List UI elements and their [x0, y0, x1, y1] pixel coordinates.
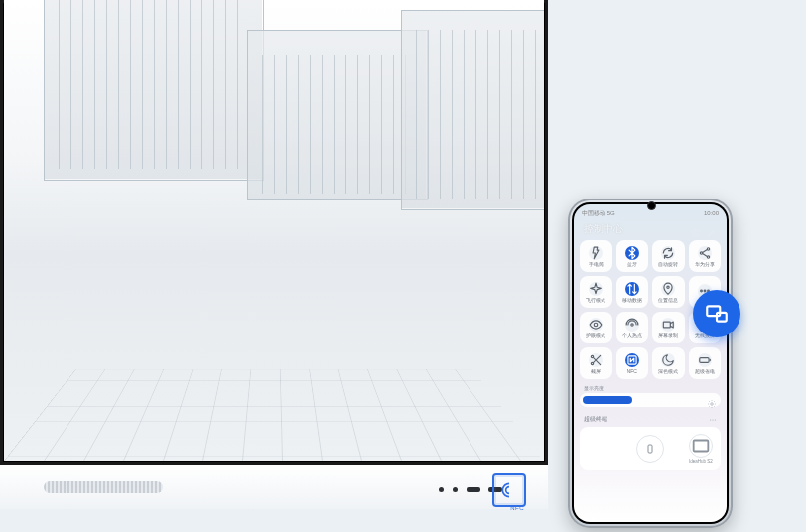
- status-left: 中国移动 5G: [582, 209, 615, 218]
- tile-label: 个人热点: [622, 333, 642, 338]
- building-2-mullions: [262, 55, 411, 194]
- nfc-label: NFC: [510, 505, 524, 511]
- eyecomfort-icon: [589, 318, 603, 332]
- svg-rect-22: [694, 441, 709, 452]
- control-center-header: 控制中心: [580, 222, 721, 236]
- svg-point-5: [700, 290, 702, 292]
- battery-icon: [698, 353, 712, 367]
- tile-label: 屏幕录制: [658, 333, 678, 338]
- screenshot-icon: [589, 353, 603, 367]
- tile-label: 深色模式: [658, 369, 678, 374]
- autorotate-icon: [661, 246, 675, 260]
- svg-point-19: [713, 419, 714, 420]
- port-usb-c[interactable]: [439, 487, 444, 492]
- tile-battery[interactable]: 超级省电: [689, 347, 722, 379]
- punch-hole-camera: [647, 201, 656, 210]
- nfc-tap-area[interactable]: [492, 473, 526, 507]
- svg-point-9: [631, 323, 633, 325]
- port-usb-a-1[interactable]: [467, 487, 480, 492]
- airplane-icon: [589, 282, 603, 296]
- building-1-mullions: [59, 0, 247, 169]
- svg-point-18: [710, 419, 711, 420]
- tile-dark[interactable]: 深色模式: [652, 347, 685, 379]
- tile-label: 超级省电: [695, 369, 715, 374]
- more-icon[interactable]: [709, 416, 717, 424]
- tile-hotspot[interactable]: 个人热点: [616, 312, 649, 343]
- building-3-mullions: [416, 30, 544, 199]
- svg-point-0: [695, 232, 698, 235]
- tile-location[interactable]: 位置信息: [652, 276, 685, 308]
- phone-screen: 中国移动 5G 10:00 控制中心 手电筒蓝牙自动旋转华为分享飞行模式移动数据…: [574, 204, 727, 522]
- svg-point-8: [595, 323, 599, 327]
- control-center: 控制中心 手电筒蓝牙自动旋转华为分享飞行模式移动数据位置信息护眼模式个人热点屏幕…: [580, 222, 721, 470]
- flashlight-icon: [589, 246, 603, 260]
- display-screen: [4, 0, 544, 461]
- tile-airplane[interactable]: 飞行模式: [580, 276, 612, 308]
- tile-share[interactable]: 华为分享: [689, 240, 722, 272]
- svg-rect-16: [700, 357, 709, 362]
- sun-icon: [707, 395, 717, 405]
- smart-display: NFC: [0, 0, 548, 508]
- status-right: 10:00: [704, 210, 719, 216]
- screenrec-icon: [661, 318, 675, 332]
- control-center-title: 控制中心: [584, 222, 623, 236]
- tile-eyecomfort[interactable]: 护眼模式: [580, 312, 612, 343]
- settings-icon[interactable]: [691, 224, 701, 234]
- cast-fab[interactable]: [693, 290, 740, 337]
- tile-screenshot[interactable]: 截屏: [580, 347, 612, 379]
- tile-label: 蓝牙: [627, 262, 637, 267]
- brightness-label: 显示亮度: [580, 385, 721, 391]
- edit-icon[interactable]: [707, 224, 717, 234]
- tile-bluetooth[interactable]: 蓝牙: [616, 240, 649, 272]
- share-icon: [698, 246, 712, 260]
- super-device-target[interactable]: IdeaHub S2: [689, 434, 713, 464]
- svg-point-17: [711, 403, 714, 406]
- svg-rect-21: [648, 445, 652, 453]
- brightness-fill: [583, 396, 632, 404]
- super-device-target-label: IdeaHub S2: [689, 459, 713, 464]
- speaker-grille: [44, 481, 163, 493]
- svg-point-4: [667, 286, 669, 288]
- tile-label: 护眼模式: [586, 333, 605, 338]
- display-chin: NFC: [0, 465, 548, 509]
- brightness-section: 显示亮度: [580, 385, 721, 407]
- tile-label: 移动数据: [622, 298, 642, 303]
- nfc-icon: [625, 353, 639, 367]
- tile-label: 截屏: [591, 369, 601, 374]
- tile-label: 华为分享: [695, 262, 715, 267]
- super-device-panel[interactable]: IdeaHub S2: [580, 427, 721, 470]
- tile-mobiledata[interactable]: 移动数据: [616, 276, 649, 308]
- svg-rect-23: [707, 306, 720, 316]
- location-icon: [661, 282, 675, 296]
- hotspot-icon: [625, 318, 639, 332]
- super-device-section: 超级终端 IdeaHub S2: [580, 415, 721, 470]
- port-audio[interactable]: [453, 487, 458, 492]
- super-device-self[interactable]: [636, 435, 664, 463]
- mobiledata-icon: [625, 282, 639, 296]
- tile-label: NFC: [627, 369, 637, 374]
- tile-label: 自动旋转: [658, 262, 678, 267]
- tile-label: 飞行模式: [586, 298, 605, 303]
- tile-flashlight[interactable]: 手电筒: [580, 240, 612, 272]
- stage: NFC 中国移动 5G 10:00 控制中心 手电筒蓝牙自动旋转华为分享飞行模式…: [0, 0, 806, 532]
- tile-autorotate[interactable]: 自动旋转: [652, 240, 685, 272]
- control-center-actions: [691, 224, 717, 234]
- bluetooth-icon: [625, 246, 639, 260]
- svg-point-20: [715, 419, 716, 420]
- display-bezel: [0, 0, 548, 465]
- tile-nfc[interactable]: NFC: [616, 347, 649, 379]
- dark-icon: [661, 353, 675, 367]
- tile-screenrec[interactable]: 屏幕录制: [652, 312, 685, 343]
- tile-label: 位置信息: [658, 298, 678, 303]
- tile-label: 手电筒: [589, 262, 604, 267]
- phone: 中国移动 5G 10:00 控制中心 手电筒蓝牙自动旋转华为分享飞行模式移动数据…: [568, 199, 733, 528]
- svg-rect-10: [664, 322, 671, 328]
- floor-grid: [4, 369, 544, 461]
- brightness-slider[interactable]: [580, 393, 721, 407]
- super-device-title: 超级终端: [584, 415, 607, 424]
